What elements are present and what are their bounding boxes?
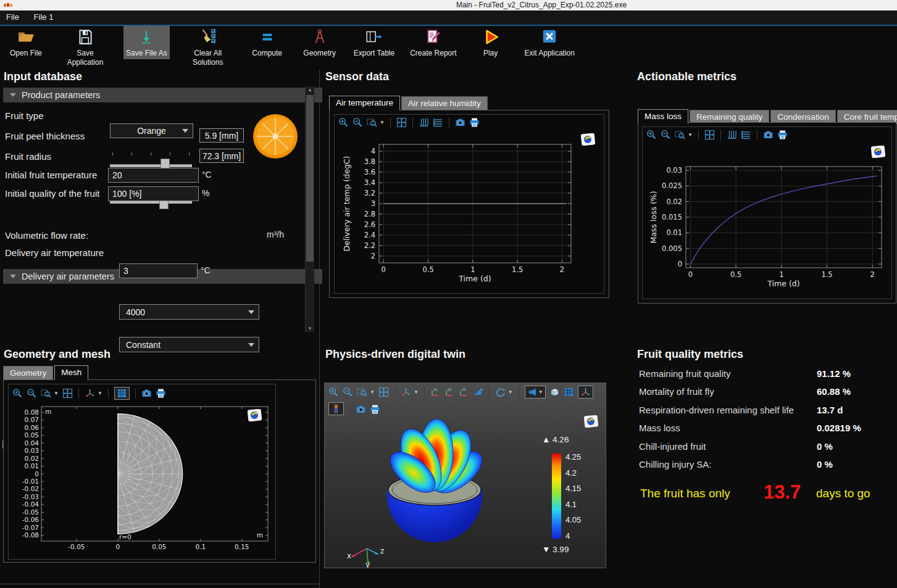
svg-text:0: 0 <box>35 470 39 478</box>
export-table-button[interactable]: Export Table <box>351 26 398 59</box>
dropdown-arrow-icon[interactable]: ▼ <box>508 389 513 395</box>
dropdown-arrow-icon[interactable]: ▼ <box>370 389 375 395</box>
dropdown-arrow-icon[interactable]: ▼ <box>414 389 419 395</box>
zoom-in-icon[interactable] <box>338 117 349 128</box>
y-grid-icon[interactable] <box>419 117 429 128</box>
fruit-radius-value[interactable]: 72.3 [mm] <box>199 149 244 163</box>
dropdown-arrow-icon[interactable]: ▼ <box>380 120 385 125</box>
grid-toggle-button[interactable] <box>114 387 130 400</box>
scrollbar-thumb[interactable] <box>306 95 314 262</box>
initial-quality-unit: % <box>202 188 209 198</box>
camera-icon[interactable] <box>141 388 152 399</box>
create-report-button[interactable]: Create Report <box>407 26 459 59</box>
air-temperature-value-input[interactable]: 3 <box>119 263 198 278</box>
save-as-arrow-icon <box>137 28 156 46</box>
view-yz-icon[interactable] <box>444 387 455 397</box>
zoom-in-icon[interactable] <box>646 130 657 140</box>
save-file-as-button[interactable]: Save File As <box>123 26 170 59</box>
zoom-out-icon[interactable] <box>27 388 37 399</box>
dropdown-arrow-icon[interactable]: ▼ <box>688 132 693 138</box>
play-button[interactable]: Play <box>470 26 512 59</box>
scene-light-icon[interactable] <box>549 387 560 397</box>
svg-text:x: x <box>347 552 351 560</box>
dropdown-arrow-icon[interactable]: ▼ <box>98 391 102 396</box>
colorbar-min-label: ▼ 3.99 <box>542 545 569 554</box>
perspective-icon[interactable] <box>473 387 483 397</box>
zoom-box-icon[interactable] <box>357 387 367 397</box>
scroll-up-icon[interactable]: ▲ <box>306 87 314 93</box>
bottom-splitter[interactable] <box>0 584 319 584</box>
menu-file[interactable]: File <box>0 10 25 22</box>
zoom-out-icon[interactable] <box>353 117 363 128</box>
axes-toggle-button[interactable] <box>578 386 593 399</box>
initial-fruit-temperature-input[interactable]: 20 <box>108 168 199 183</box>
x-grid-icon[interactable] <box>741 130 751 140</box>
equals-icon <box>258 28 277 46</box>
product-parameters-section[interactable]: Product parameters <box>3 88 322 102</box>
view-xz-icon[interactable] <box>459 387 469 397</box>
save-application-button[interactable]: Save Application <box>57 26 113 68</box>
zoom-out-icon[interactable] <box>343 387 353 397</box>
volumetric-flow-rate-select[interactable]: 4000 <box>119 304 259 320</box>
view-xy-icon[interactable] <box>430 387 441 397</box>
axis-triad-icon[interactable] <box>85 388 95 399</box>
zoom-in-icon[interactable] <box>328 387 339 397</box>
main-toolbar: Open File Save Application Save File As … <box>0 26 897 70</box>
zoom-in-icon[interactable] <box>12 388 23 399</box>
vertical-scrollbar[interactable]: ▲ ▼ <box>305 86 314 332</box>
zoom-box-icon[interactable] <box>675 130 685 140</box>
camera-icon[interactable] <box>763 130 774 140</box>
x-grid-icon[interactable] <box>433 117 443 128</box>
exit-application-button[interactable]: Exit Application <box>522 26 577 59</box>
delivery-air-temperature-select[interactable]: Constant <box>119 337 259 352</box>
svg-text:0.07: 0.07 <box>25 416 39 423</box>
grid-icon[interactable] <box>564 387 574 397</box>
axes-toggle-icon <box>580 387 591 397</box>
digital-twin-panel[interactable]: ▼ ▼ ▼ ▼ <box>324 383 606 568</box>
tab-geometry[interactable]: Geometry <box>3 366 53 380</box>
window-titlebar[interactable]: Main - FruiTed_v2_Citrus_App_Exp-01.02.2… <box>0 0 897 10</box>
air-temperature-chart[interactable]: 22.22.42.62.833.23.43.63.8400.511.52Time… <box>335 138 609 291</box>
geometry-button[interactable]: Geometry <box>299 26 341 59</box>
mesh-plot[interactable]: 0.080.070.060.050.040.030.020.010-0.01-0… <box>9 402 274 557</box>
open-file-button[interactable]: Open File <box>5 26 47 59</box>
volumetric-flow-rate-unit: m³/h <box>267 230 284 239</box>
fit-view-icon[interactable] <box>378 387 389 397</box>
tab-mesh[interactable]: Mesh <box>54 365 88 380</box>
transparency-button[interactable]: ▼ <box>525 386 546 399</box>
metric-label: Remaining fruit quality <box>639 368 730 379</box>
fit-view-icon[interactable] <box>62 388 73 399</box>
svg-text:1.5: 1.5 <box>821 270 832 279</box>
axis-triad-icon[interactable] <box>401 387 411 397</box>
print-icon[interactable] <box>469 117 480 128</box>
fit-view-icon[interactable] <box>396 117 407 128</box>
shelf-life-alert-prefix: The fruit has only <box>640 487 730 500</box>
zoom-box-icon[interactable] <box>41 388 51 399</box>
clear-all-solutions-button[interactable]: Clear All Solutions <box>180 26 236 68</box>
initial-quality-input[interactable]: 100 [%] <box>108 186 199 201</box>
zoom-box-icon[interactable] <box>367 117 377 128</box>
tab-air-relative-humidity[interactable]: Air relative humidity <box>401 96 488 110</box>
camera-icon[interactable] <box>455 117 465 128</box>
svg-text:4: 4 <box>371 147 375 155</box>
orange-digital-twin-3d[interactable]: x y z <box>325 412 547 568</box>
print-icon[interactable] <box>777 130 788 140</box>
menu-file1[interactable]: File 1 <box>28 10 60 22</box>
mass-loss-chart[interactable]: 00.0050.010.0150.020.0250.0300.511.52Tim… <box>643 159 891 296</box>
comsol-logo-icon <box>584 415 598 428</box>
tab-air-temperature[interactable]: Air temperature <box>329 96 400 110</box>
fruit-peel-thickness-value[interactable]: 5.9 [mm] <box>199 128 244 143</box>
rotate-icon[interactable] <box>495 387 506 397</box>
sensor-data-frame: ▼ 22.22.42.62.833.23.43.63.8400.511.52Ti… <box>329 110 609 298</box>
print-icon[interactable] <box>156 388 166 399</box>
y-grid-icon[interactable] <box>727 130 737 140</box>
fit-view-icon[interactable] <box>704 130 715 140</box>
metric-label: Mass loss <box>639 423 680 433</box>
tab-mass-loss[interactable]: Mass loss <box>638 109 688 124</box>
compute-button[interactable]: Compute <box>246 26 288 59</box>
geometry-mesh-tabs: Geometry Mesh <box>3 365 90 380</box>
dropdown-arrow-icon[interactable]: ▼ <box>54 391 59 396</box>
zoom-out-icon[interactable] <box>661 130 671 140</box>
fruit-type-select[interactable]: Orange <box>110 123 193 138</box>
scroll-down-icon[interactable]: ▼ <box>306 326 314 331</box>
